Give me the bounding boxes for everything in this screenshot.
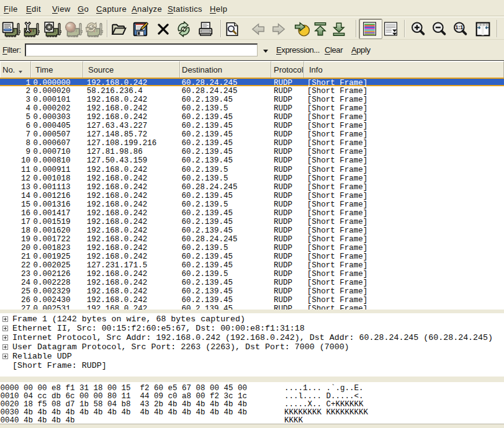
svg-text:1:1: 1:1 [456, 24, 464, 30]
